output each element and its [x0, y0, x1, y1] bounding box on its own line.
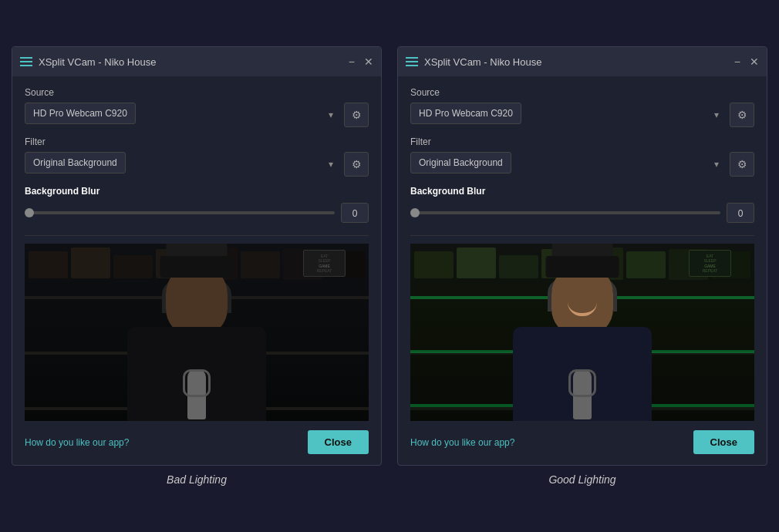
panels-container: XSplit VCam - Niko House − ✕ Source HD P… — [12, 46, 767, 486]
divider-good — [410, 235, 754, 236]
caption-bad: Bad Lighting — [167, 473, 227, 486]
footer-bad: How do you like our app? Close — [25, 430, 369, 454]
filter-select-wrapper-good: Original Background — [410, 152, 725, 177]
filter-select-wrapper-bad: Original Background — [25, 152, 339, 177]
close-window-button-bad[interactable]: ✕ — [364, 56, 373, 67]
torso-good — [513, 327, 652, 421]
mic-good — [573, 369, 592, 419]
titlebar-bad: XSplit VCam - Niko House − ✕ — [12, 47, 381, 76]
preview-good: EAT SLEEP GAME REPEAT — [410, 244, 754, 421]
blur-label-bad: Background Blur — [25, 186, 369, 197]
window-good: XSplit VCam - Niko House − ✕ Source HD P… — [397, 46, 767, 466]
source-row-bad: HD Pro Webcam C920 ⚙ — [25, 103, 369, 127]
menu-icon[interactable] — [20, 57, 32, 66]
filter-label-good: Filter — [410, 136, 754, 147]
blur-label-good: Background Blur — [410, 186, 754, 197]
source-select-good[interactable]: HD Pro Webcam C920 — [410, 103, 521, 124]
window-bad: XSplit VCam - Niko House − ✕ Source HD P… — [12, 46, 382, 466]
filter-row-bad: Original Background ⚙ — [25, 152, 369, 177]
mic-bad — [187, 369, 206, 419]
hat-bad — [160, 256, 234, 278]
source-row-good: HD Pro Webcam C920 ⚙ — [410, 103, 754, 127]
close-button-bad[interactable]: Close — [308, 430, 369, 454]
window-title-bad: XSplit VCam - Niko House — [39, 56, 342, 68]
blur-row-good: 0 — [410, 203, 754, 223]
filter-label-bad: Filter — [25, 136, 369, 147]
feedback-link-good[interactable]: How do you like our app? — [410, 437, 514, 448]
fig-g-1 — [414, 251, 454, 278]
filter-select-bad[interactable]: Original Background — [25, 152, 126, 173]
torso-bad — [127, 327, 266, 421]
minimize-button-bad[interactable]: − — [349, 56, 355, 67]
bad-lighting-panel: XSplit VCam - Niko House − ✕ Source HD P… — [12, 46, 382, 486]
source-gear-button-good[interactable]: ⚙ — [730, 103, 754, 127]
good-lighting-panel: XSplit VCam - Niko House − ✕ Source HD P… — [397, 46, 767, 486]
window-controls-bad: − ✕ — [349, 56, 373, 67]
window-body-good: Source HD Pro Webcam C920 ⚙ Filter Origi… — [398, 76, 767, 465]
blur-value-bad: 0 — [341, 203, 369, 223]
blur-slider-good[interactable] — [410, 211, 720, 214]
blur-slider-bad[interactable] — [25, 211, 335, 214]
feedback-link-bad[interactable]: How do you like our app? — [25, 437, 129, 448]
person-good — [467, 267, 698, 421]
filter-gear-button-bad[interactable]: ⚙ — [344, 152, 369, 177]
minimize-button-good[interactable]: − — [734, 56, 740, 67]
close-button-good[interactable]: Close — [693, 430, 754, 454]
fig-1 — [29, 251, 68, 278]
source-gear-button-bad[interactable]: ⚙ — [344, 103, 369, 127]
head-bad — [166, 267, 228, 335]
source-select-wrapper-bad: HD Pro Webcam C920 — [25, 103, 339, 127]
preview-bad: EAT SLEEP GAME REPEAT — [25, 244, 369, 421]
filter-gear-button-good[interactable]: ⚙ — [730, 152, 754, 177]
divider-bad — [25, 235, 369, 236]
smile-good — [568, 302, 597, 316]
window-controls-good: − ✕ — [734, 56, 759, 67]
head-good — [551, 267, 613, 335]
caption-good: Good Lighting — [548, 473, 615, 486]
titlebar-good: XSplit VCam - Niko House − ✕ — [398, 47, 767, 76]
window-body-bad: Source HD Pro Webcam C920 ⚙ Filter Origi… — [12, 76, 381, 465]
source-select-wrapper-good: HD Pro Webcam C920 — [410, 103, 725, 127]
footer-good: How do you like our app? Close — [410, 430, 754, 454]
person-bad — [81, 267, 312, 421]
blur-row-bad: 0 — [25, 203, 369, 223]
menu-icon-good[interactable] — [406, 57, 418, 66]
source-select-bad[interactable]: HD Pro Webcam C920 — [25, 103, 136, 124]
close-window-button-good[interactable]: ✕ — [750, 56, 759, 67]
source-label-good: Source — [410, 87, 754, 98]
window-title-good: XSplit VCam - Niko House — [424, 56, 728, 68]
source-label-bad: Source — [25, 87, 369, 98]
blur-value-good: 0 — [727, 203, 754, 223]
hat-good — [546, 256, 619, 278]
filter-select-good[interactable]: Original Background — [410, 152, 511, 173]
filter-row-good: Original Background ⚙ — [410, 152, 754, 177]
